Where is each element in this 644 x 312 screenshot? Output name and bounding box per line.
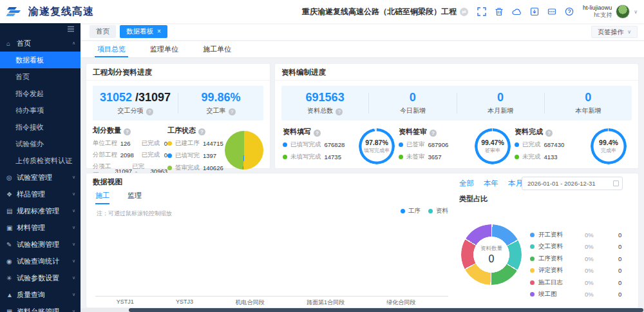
legend-dot	[530, 280, 535, 285]
legend-item[interactable]: 施工日志 0% 0	[530, 277, 636, 289]
legend-item: 未完成4133	[515, 153, 591, 161]
subtab-construction-unit[interactable]: 施工单位	[203, 41, 231, 57]
user-role: ht:支持	[583, 12, 612, 19]
chevron-down-icon: ∨	[72, 242, 75, 247]
sidebar-item-home[interactable]: 首页	[0, 68, 80, 85]
chevron-down-icon: ∨	[72, 191, 75, 197]
collapse-sidebar-icon[interactable]	[67, 26, 75, 32]
help-icon[interactable]	[430, 130, 437, 137]
sign-rate-gauge: 99.47%签审率	[475, 128, 511, 164]
sidebar-item-receive-order[interactable]: 指令接收	[0, 119, 80, 135]
project-selector[interactable]: 重庆渝遂复线高速公路（北碚至铜梁段）工程 ⇄	[302, 6, 468, 17]
legend-item: 未签审3657	[399, 153, 475, 161]
help-icon[interactable]	[229, 108, 236, 115]
sidebar-group-standard-mgmt[interactable]: ▤ 规程标准管理 ∨	[0, 202, 80, 219]
help-icon[interactable]	[545, 130, 553, 137]
chevron-down-icon: ∨	[72, 309, 75, 312]
sidebar: ⌂ 首页 ∧ 数据看板 首页 指令发起 待办事项 指令接收 试验催办 上传质检资…	[0, 23, 80, 312]
trash-icon[interactable]	[495, 7, 504, 16]
subtab-supervision-unit[interactable]: 监理单位	[150, 41, 178, 57]
sidebar-item-test-urge[interactable]: 试验催办	[0, 135, 80, 152]
dataview-tab-supervision[interactable]: 监理	[128, 191, 142, 204]
main-area: 首页 数据看板 × 页签操作 ∨ 项目总览 监理单位 施工单位 工程划分资料进度…	[80, 23, 644, 312]
user-menu[interactable]: ht-liujiaowu ht:支持 ∨	[583, 5, 638, 19]
sidebar-group-quality-query[interactable]: ▲ 质量查询 ∨	[0, 286, 80, 303]
sidebar-item-dashboard[interactable]: 数据看板	[0, 52, 80, 68]
top-header: 渝遂复线高速 重庆渝遂复线高速公路（北碚至铜梁段）工程 ⇄	[0, 0, 644, 23]
legend-dot	[530, 292, 535, 297]
calendar-icon	[613, 180, 619, 186]
chevron-down-icon: ∨	[634, 9, 638, 15]
filter-all[interactable]: 全部	[459, 179, 474, 188]
project-swap-icon[interactable]: ⇄	[460, 8, 468, 16]
sidebar-group-material-mgmt[interactable]: ▣ 材料管理 ∨	[0, 219, 80, 236]
legend-item[interactable]: 资料	[428, 207, 448, 215]
x-axis-line	[95, 296, 448, 297]
help-circle-icon[interactable]	[565, 7, 574, 16]
legend-dot	[167, 166, 172, 170]
legend-item[interactable]: 工序资料 0% 0	[530, 253, 636, 265]
close-icon[interactable]: ×	[157, 28, 161, 35]
legend-dot	[515, 155, 519, 159]
sidebar-group-test-params[interactable]: ✳ 试验参数设置 ∨	[0, 269, 80, 286]
division-progress-panel: 工程划分资料进度 31052 /31097 交工分项 99.86% 交工率 划分…	[86, 63, 270, 169]
help-icon[interactable]	[146, 108, 153, 115]
legend-dot	[399, 142, 403, 147]
date-range-input[interactable]	[522, 177, 623, 190]
sidebar-item-issue-order[interactable]: 指令发起	[0, 85, 80, 102]
process-pie-chart	[225, 131, 263, 170]
page-tabbar: 首页 数据看板 × 页签操作 ∨	[80, 23, 644, 41]
scrollbar-thumb[interactable]	[129, 308, 643, 312]
legend-dot	[530, 268, 535, 273]
legend-dot	[515, 142, 519, 147]
legend-item: 未填写完成14735	[283, 153, 359, 161]
legend-dot	[530, 257, 535, 261]
sidebar-group-lab-mgmt[interactable]: ◎ 试验室管理 ∨	[0, 169, 80, 186]
chevron-down-icon: ∨	[72, 292, 75, 297]
legend-dot	[167, 141, 172, 146]
legend-item[interactable]: 竣工图 0% 0	[530, 289, 636, 301]
message-icon[interactable]	[547, 7, 556, 16]
legend-item[interactable]: 已填写完1397	[167, 151, 225, 160]
filter-month[interactable]: 本月	[508, 179, 523, 188]
subtab-project-overview[interactable]: 项目总览	[97, 41, 126, 57]
sidebar-group-test-mgmt[interactable]: ✎ 试验检测管理 ∨	[0, 236, 80, 253]
cloud-icon[interactable]	[512, 7, 522, 16]
filter-year[interactable]: 本年	[484, 179, 498, 188]
quality-icon: ▲	[6, 291, 17, 298]
sidebar-group-ledger-mgmt[interactable]: ▦ 资料台账管理 ∨	[0, 303, 80, 312]
fullscreen-icon[interactable]	[477, 7, 486, 16]
tab-dashboard[interactable]: 数据看板 ×	[120, 25, 167, 38]
sidebar-group-test-query[interactable]: ◉ 试验查询统计 ∨	[0, 253, 80, 269]
sidebar-group-sample-mgmt[interactable]: ❖ 样品管理 ∨	[0, 186, 80, 202]
sidebar-item-todo[interactable]: 待办事项	[0, 102, 80, 119]
tab-home[interactable]: 首页	[90, 25, 116, 38]
help-icon[interactable]	[336, 108, 343, 115]
legend-item[interactable]: 开工资料 0% 0	[530, 229, 636, 241]
complete-rate-gauge: 99.4%完成率	[591, 128, 627, 164]
project-name: 重庆渝遂复线高速公路（北碚至铜梁段）工程	[302, 6, 457, 17]
gauge-group-complete: 资料完成 已完成687430 未完成4133 99.4%完成率	[515, 127, 630, 165]
legend-item[interactable]: 评定资料 0% 0	[530, 265, 636, 277]
standard-icon: ▤	[6, 208, 17, 215]
legend-item[interactable]: 交工资料 0% 0	[530, 241, 636, 253]
help-icon[interactable]	[314, 130, 321, 137]
donut-legend: 开工资料 0% 0 交工资料 0% 0 工序资料 0% 0	[530, 229, 636, 300]
data-view-panel: 数据视图 施工 监理 全部 本年 本月 类型占比 注：可通过鼠标滚轮控制缩放 工…	[86, 173, 639, 308]
download-box-icon[interactable]	[530, 7, 539, 16]
sidebar-group-home[interactable]: ⌂ 首页 ∧	[0, 35, 80, 52]
tab-actions-button[interactable]: 页签操作 ∨	[591, 26, 638, 38]
legend-dot	[530, 244, 535, 249]
dataview-tab-construction[interactable]: 施工	[95, 191, 109, 204]
legend-item[interactable]: 工序	[401, 207, 421, 215]
sidebar-item-upload-qc[interactable]: 上传质检资料认证	[0, 152, 80, 169]
legend-item[interactable]: 已建工序144715	[167, 139, 225, 148]
legend-item: 已签审687906	[399, 141, 475, 149]
x-axis-labels: YSTJ1 YSTJ3 机电合同段 路面第1合同段 绿化合同段	[95, 298, 437, 307]
legend-dot	[399, 155, 403, 159]
chevron-down-icon: ∨	[72, 175, 75, 180]
help-icon[interactable]	[124, 128, 131, 135]
legend-item[interactable]: 签审完成140626	[167, 164, 225, 172]
help-icon[interactable]	[198, 128, 205, 135]
division-statbox: 31052 /31097 交工分项 99.86% 交工率	[93, 86, 263, 121]
